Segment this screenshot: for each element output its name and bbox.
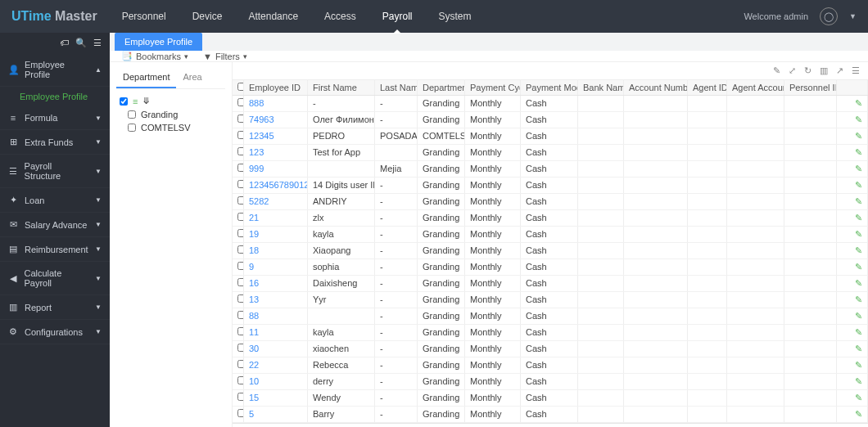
employee-id-link[interactable]: 5 [249,409,254,419]
edit-row-icon[interactable]: ✎ [855,131,862,141]
select-all[interactable] [237,83,244,91]
employee-id-link[interactable]: 19 [249,229,259,239]
employee-id-link[interactable]: 74963 [249,115,274,124]
employee-id-link[interactable]: 9 [249,262,254,272]
row-checkbox[interactable] [237,262,244,270]
row-checkbox[interactable] [237,376,244,384]
edit-icon[interactable]: ✎ [773,65,780,76]
row-checkbox[interactable] [237,360,244,368]
employee-id-link[interactable]: 11 [249,327,259,337]
col-header[interactable]: Last Name [375,80,418,95]
nav-system[interactable]: System [425,0,484,33]
lp-tab-department[interactable]: Department [116,67,176,88]
tree-node[interactable]: COMTELSV [128,123,222,133]
employee-id-link[interactable]: 22 [249,360,259,370]
row-checkbox[interactable] [237,164,244,172]
row-checkbox[interactable] [237,115,244,123]
edit-row-icon[interactable]: ✎ [855,262,862,272]
row-checkbox[interactable] [237,229,244,237]
row-checkbox[interactable] [237,180,244,188]
row-checkbox[interactable] [237,213,244,221]
edit-row-icon[interactable]: ✎ [855,180,862,190]
settings-icon[interactable]: ☰ [852,65,860,76]
edit-row-icon[interactable]: ✎ [855,344,862,353]
expand-icon[interactable]: ⤢ [789,65,796,76]
employee-id-link[interactable]: 12345678901234 [249,180,308,190]
col-header[interactable]: First Name [308,80,375,95]
page-tab[interactable]: Employee Profile [115,33,202,51]
sidebar-item-loan[interactable]: ✦Loan▼ [0,188,110,213]
sidebar-item-configurations[interactable]: ⚙Configurations▼ [0,320,110,344]
row-checkbox[interactable] [237,278,244,286]
tree-checkbox[interactable] [128,124,136,132]
filters-button[interactable]: ▼ Filters ▾ [203,52,247,61]
row-checkbox[interactable] [237,344,244,352]
employee-id-link[interactable]: 30 [249,344,259,353]
sidebar-item-employee-profile[interactable]: 👤Employee Profile▲ [0,53,110,87]
edit-row-icon[interactable]: ✎ [855,327,862,337]
employee-id-link[interactable]: 88 [249,311,259,321]
col-header[interactable]: Account Number [624,80,688,95]
row-checkbox[interactable] [237,196,244,205]
edit-row-icon[interactable]: ✎ [855,196,862,206]
edit-row-icon[interactable]: ✎ [855,229,862,239]
employee-id-link[interactable]: 13 [249,294,259,304]
edit-row-icon[interactable]: ✎ [855,311,862,321]
row-checkbox[interactable] [237,245,244,254]
row-checkbox[interactable] [237,409,244,417]
edit-row-icon[interactable]: ✎ [855,147,862,157]
col-header[interactable]: Agent ID [688,80,727,95]
edit-row-icon[interactable]: ✎ [855,376,862,386]
col-header[interactable]: Payment Mode [521,80,578,95]
edit-row-icon[interactable]: ✎ [855,98,862,108]
col-header[interactable]: Department [418,80,465,95]
row-checkbox[interactable] [237,147,244,155]
row-checkbox[interactable] [237,327,244,335]
tree-node[interactable]: Granding [128,110,222,119]
row-checkbox[interactable] [237,294,244,303]
tree-checkbox[interactable] [128,110,136,119]
edit-row-icon[interactable]: ✎ [855,393,862,402]
edit-row-icon[interactable]: ✎ [855,164,862,173]
employee-id-link[interactable]: 888 [249,98,264,108]
col-header[interactable]: Bank Name [578,80,624,95]
edit-row-icon[interactable]: ✎ [855,360,862,370]
edit-row-icon[interactable]: ✎ [855,213,862,222]
sidebar-item-reimbursement[interactable]: ▤Reimbursement▼ [0,237,110,262]
nav-device[interactable]: Device [179,0,236,33]
sidebar-item-extra-funds[interactable]: ⊞Extra Funds▼ [0,130,110,155]
col-header[interactable]: Personnel ID [784,80,837,95]
search-icon[interactable]: 🔍 [75,38,87,48]
nav-attendance[interactable]: Attendance [235,0,311,33]
col-header[interactable]: Payment Cycle [465,80,521,95]
sidebar-item-salary-advance[interactable]: ✉Salary Advance▼ [0,213,110,237]
nav-personnel[interactable]: Personnel [109,0,179,33]
employee-id-link[interactable]: 16 [249,278,259,288]
sidebar-item-report[interactable]: ▥Report▼ [0,295,110,320]
sidebar-item-formula[interactable]: ≡Formula▼ [0,106,110,130]
employee-id-link[interactable]: 15 [249,393,259,402]
user-menu-caret[interactable]: ▼ [849,12,857,20]
export-icon[interactable]: ↗ [836,65,843,76]
list-icon[interactable]: ☰ [93,38,102,48]
row-checkbox[interactable] [237,393,244,401]
sidebar-item-payroll-structure[interactable]: ☰Payroll Structure▼ [0,155,110,188]
employee-id-link[interactable]: 123 [249,147,264,157]
employee-id-link[interactable]: 21 [249,213,259,222]
employee-id-link[interactable]: 999 [249,164,264,173]
row-checkbox[interactable] [237,131,244,139]
lp-tab-area[interactable]: Area [176,67,208,88]
col-header[interactable]: Agent Account [727,80,784,95]
edit-row-icon[interactable]: ✎ [855,278,862,288]
row-checkbox[interactable] [237,98,244,106]
edit-row-icon[interactable]: ✎ [855,245,862,255]
employee-id-link[interactable]: 18 [249,245,259,255]
refresh-icon[interactable]: ↻ [804,65,811,76]
nav-access[interactable]: Access [311,0,369,33]
employee-id-link[interactable]: 10 [249,376,259,386]
col-header[interactable]: Employee ID [244,80,308,95]
tag-icon[interactable]: 🏷 [60,38,69,48]
avatar-icon[interactable]: ◯ [820,7,838,25]
row-checkbox[interactable] [237,311,244,319]
columns-icon[interactable]: ▥ [820,65,828,76]
